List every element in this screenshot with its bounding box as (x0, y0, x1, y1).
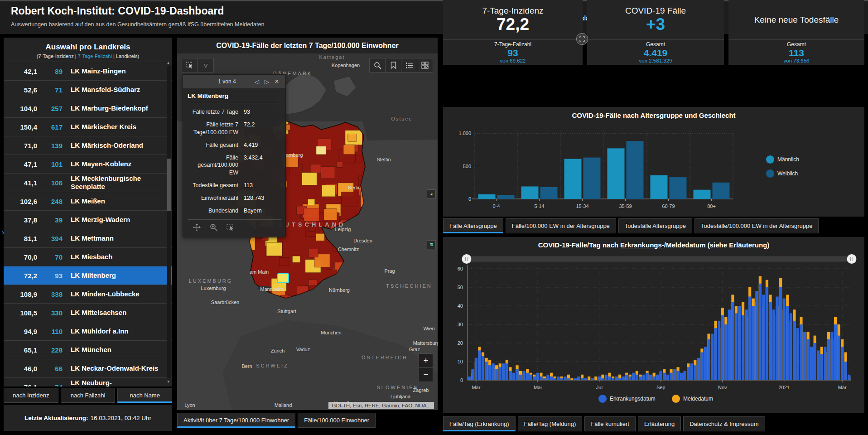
bar-erkrankung (574, 378, 577, 380)
popup-field-value: 3.432,4 (244, 154, 263, 177)
legend-label: Männlich (777, 156, 799, 163)
landkreis-row[interactable]: 108,9338LK Minden-Lübbecke (4, 285, 172, 303)
scroll-down-icon[interactable]: ▾ (166, 379, 171, 384)
age-tab-3[interactable]: Todesfälle Altersgruppe (618, 218, 692, 233)
svg-text:40: 40 (458, 303, 463, 309)
age-tab-2[interactable]: Fälle/100.000 EW in der Altersgruppe (506, 218, 616, 233)
map-toolbar-left: ▽ (182, 58, 214, 72)
zoom-to-icon[interactable] (210, 223, 217, 231)
landkreis-row[interactable]: 47,1101LK Mayen-Koblenz (4, 155, 172, 173)
map-label: Berlin (348, 185, 361, 190)
svg-text:0: 0 (468, 196, 471, 202)
rki-covid-dashboard: Robert Koch-Institut: COVID-19-Dashboard… (0, 0, 868, 435)
zoom-in-button[interactable]: + (419, 353, 433, 368)
expand-icon[interactable] (576, 33, 588, 45)
sidebar-tab-3[interactable]: nach Name (117, 388, 172, 403)
map-label: Kopenhagen (332, 63, 360, 68)
landkreis-row[interactable]: 81,1394LK Mettmann (4, 229, 172, 247)
basemap-icon[interactable] (417, 58, 433, 72)
landkreis-row[interactable]: 76,174LK Neuburg-Schrobenhausen (4, 377, 172, 387)
fallzahl-value: 228 (37, 346, 63, 354)
landkreis-row[interactable]: 108,5330LK Mittelsachsen (4, 303, 172, 322)
landkreis-row[interactable]: 104,0257LK Marburg-Biedenkopf (4, 99, 172, 117)
popup-next-icon[interactable]: ▷ (262, 78, 272, 85)
bar-weiblich (583, 158, 601, 199)
landkreis-row[interactable]: 41,1106LK Mecklenburgische Seenplatte (4, 173, 172, 192)
bar-erkrankung (526, 373, 529, 380)
slider-handle-left[interactable] (462, 254, 472, 264)
card-title: 7-Tage-Inzidenz (482, 6, 543, 16)
landkreis-row[interactable]: 102,6248LK Meißen (4, 192, 172, 210)
map-label: Lyon (184, 402, 195, 408)
landkreis-name: LK Marburg-Biedenkopf (71, 104, 172, 112)
bar-meldung (594, 377, 597, 380)
landkreis-row[interactable]: 71,0139LK Märkisch-Oderland (4, 136, 172, 155)
collapsed-widget-icon[interactable]: ◂ (427, 189, 436, 198)
map-tab-1[interactable]: Aktivität über 7 Tage/100.000 Einwohner (177, 413, 295, 428)
bar-erkrankung (684, 371, 686, 381)
bar-erkrankung (622, 377, 625, 380)
landkreis-row[interactable]: 42,189LK Mainz-Bingen (4, 62, 172, 80)
popup-prev-icon[interactable]: ◁ (252, 78, 262, 85)
landkreis-row[interactable]: 72,293LK Miltenberg (4, 266, 172, 285)
inzidenz-value: 94,9 (4, 328, 37, 335)
bar-erkrankung (577, 377, 580, 380)
daily-tab-4[interactable]: Erläuterung (638, 416, 681, 431)
scrollbar[interactable]: ▴ ▾ (167, 66, 171, 378)
bar-erkrankung (817, 350, 820, 380)
landkreis-row[interactable]: 94,9110LK Mühldorf a.Inn (4, 322, 172, 340)
sidebar-tab-1[interactable]: nach Inzidenz (4, 388, 58, 403)
zoom-out-button[interactable]: − (419, 368, 433, 382)
landkreis-row[interactable]: 70,070LK Miesbach (4, 247, 172, 266)
scrollbar-thumb[interactable] (167, 159, 171, 211)
pan-icon[interactable] (193, 223, 201, 231)
landkreis-row[interactable]: 65,1228LK München (4, 340, 172, 359)
bar-erkrankung (769, 302, 772, 380)
map-canvas[interactable]: KattegatDÄNEMARKKopenhagenOstseeHamburgS… (177, 53, 438, 410)
daily-tab-3[interactable]: Fälle kumuliert (584, 416, 636, 431)
legend-icon[interactable] (401, 58, 417, 72)
landkreis-row[interactable]: 52,671LK Mansfeld-Südharz (4, 80, 172, 99)
age-tab-1[interactable]: Fälle Altersgruppe (443, 218, 503, 233)
slider-handle-right[interactable] (847, 254, 857, 264)
landkreis-row[interactable]: 150,4617LK Märkischer Kreis (4, 117, 172, 136)
daily-cases-chart-panel: COVID-19-Fälle/Tag nach Erkrankungs-/Mel… (443, 237, 864, 413)
sidebar-tab-2[interactable]: nach Fallzahl (61, 388, 116, 403)
age-tab-4[interactable]: Todesfälle/100.000 EW in der Altersgrupp… (694, 218, 819, 233)
popup-close-icon[interactable]: × (272, 77, 282, 86)
tool-dropdown-icon[interactable]: ▽ (198, 58, 214, 72)
bar-meldung (588, 377, 590, 380)
bar-erkrankung (646, 373, 648, 380)
bar-erkrankung (601, 378, 604, 380)
daily-tab-2[interactable]: Fälle/Tag (Meldung) (518, 416, 583, 431)
popup-actions (188, 219, 281, 235)
select-features-icon[interactable] (227, 224, 235, 231)
svg-text:5-14: 5-14 (534, 203, 544, 209)
fallzahl-value: 248 (37, 198, 63, 205)
svg-text:Mär: Mär (838, 385, 847, 390)
daily-tab-5[interactable]: Datenschutz & Impressum (683, 416, 765, 431)
map-popup: 1 von 4 ◁ ▷ × LK Miltenberg Fälle letzte… (183, 74, 286, 237)
select-tool-icon[interactable] (182, 58, 198, 72)
overview-widget-icon[interactable]: ⊞ (427, 240, 436, 249)
map-tab-2[interactable]: Fälle/100.000 Einwohner (298, 413, 376, 428)
fallzahl-value: 110 (37, 328, 63, 335)
popup-field-value: Bayern (244, 207, 262, 215)
svg-text:30: 30 (458, 322, 463, 327)
bar-erkrankung (690, 363, 693, 380)
bookmark-icon[interactable] (386, 58, 401, 72)
time-slider-track[interactable] (462, 256, 856, 262)
erlaeuterung-link[interactable]: Erkrankungs- (620, 241, 664, 249)
card-title: COVID-19 Fälle (625, 6, 686, 16)
popup-body: LK Miltenberg Fälle letzte 7 Tage93Fälle… (183, 88, 285, 237)
bar-maennlich (651, 175, 668, 199)
legend-dot (598, 395, 607, 403)
bar-erkrankung (827, 339, 830, 380)
map-tabs: Aktivität über 7 Tage/100.000 EinwohnerF… (177, 413, 376, 428)
svg-text:60-79: 60-79 (662, 203, 675, 209)
landkreis-row[interactable]: 46,066LK Neckar-Odenwald-Kreis (4, 359, 172, 377)
search-icon[interactable] (369, 58, 386, 72)
landkreis-row[interactable]: 37,839LK Merzig-Wadern (4, 210, 172, 229)
scroll-up-icon[interactable]: ▴ (166, 60, 171, 65)
daily-tab-1[interactable]: Fälle/Tag (Erkrankung) (443, 416, 516, 431)
